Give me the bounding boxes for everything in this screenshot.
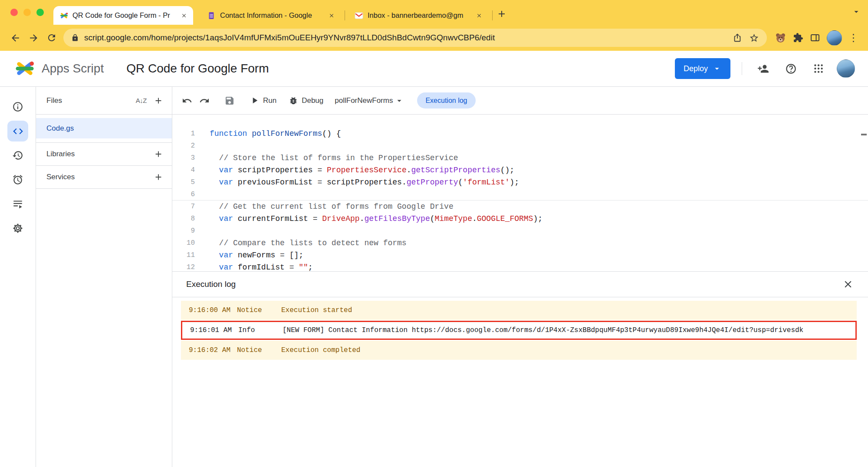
log-message: Execution started: [281, 306, 857, 314]
debug-button[interactable]: Debug: [289, 96, 323, 105]
file-name: Code.gs: [46, 124, 74, 133]
code-line[interactable]: 8 var currentFormList = DriveApp.getFile…: [172, 213, 868, 225]
execution-log-toggle[interactable]: Execution log: [417, 92, 475, 109]
log-time: 9:16:00 AM: [181, 306, 237, 314]
app-header: Apps Script QR Code for Google Form Depl…: [0, 51, 868, 87]
log-type: Notice: [237, 346, 281, 354]
browser-profile-avatar[interactable]: [827, 30, 842, 46]
product-name[interactable]: Apps Script: [42, 62, 104, 76]
code-lines: 1function pollForNewForms() {23 // Store…: [172, 128, 868, 271]
lock-icon: [71, 34, 79, 42]
code-line[interactable]: 5 var previousFormList = scriptPropertie…: [172, 176, 868, 188]
window-close-button[interactable]: [10, 9, 18, 16]
code-line[interactable]: 6: [172, 188, 868, 201]
debug-label: Debug: [302, 96, 323, 105]
tab-gmail[interactable]: Inbox - bannerbeardemo@gm: [349, 6, 488, 25]
line-number: 4: [172, 164, 195, 176]
add-file-icon[interactable]: [154, 96, 163, 105]
code-line[interactable]: 4 var scriptProperties = PropertiesServi…: [172, 164, 868, 176]
tab-google-forms[interactable]: Contact Information - Google: [201, 6, 341, 25]
add-service-icon[interactable]: [154, 172, 163, 182]
code-line[interactable]: 9: [172, 225, 868, 237]
chevron-down-icon: [395, 96, 404, 105]
browser-menu-kebab-icon[interactable]: ⋮: [848, 33, 858, 43]
section-label: Libraries: [46, 150, 75, 158]
reload-button[interactable]: [43, 29, 61, 47]
bookmark-star-icon[interactable]: [749, 33, 759, 43]
window-minimize-button[interactable]: [23, 9, 31, 16]
triggers-alarm-icon[interactable]: [7, 169, 28, 190]
back-button[interactable]: [6, 29, 24, 47]
play-icon: [250, 95, 260, 105]
window-controls: [6, 0, 53, 25]
log-row: 9:16:00 AM Notice Execution started: [181, 301, 857, 320]
line-text: var scriptProperties = PropertiesService…: [210, 164, 514, 176]
gmail-favicon-icon: [355, 11, 363, 20]
code-line[interactable]: 2: [172, 140, 868, 152]
code-line[interactable]: 3 // Store the list of forms in the Prop…: [172, 152, 868, 164]
editor-code-icon[interactable]: [7, 121, 28, 141]
sidebar-section-libraries[interactable]: Libraries: [36, 143, 172, 166]
undo-icon[interactable]: [179, 93, 195, 109]
address-bar[interactable]: script.google.com/home/projects/1aqsJoIV…: [63, 29, 767, 47]
tab-close-icon[interactable]: [327, 11, 336, 20]
tab-close-icon[interactable]: [179, 11, 189, 20]
code-editor[interactable]: 1function pollForNewForms() {23 // Store…: [172, 115, 868, 271]
execution-log-title: Execution log: [186, 280, 236, 289]
project-title[interactable]: QR Code for Google Form: [126, 62, 269, 76]
apps-script-logo[interactable]: [15, 59, 35, 78]
run-button[interactable]: Run: [250, 95, 276, 105]
header-actions: Deploy: [675, 58, 855, 79]
save-icon[interactable]: [222, 93, 237, 109]
execution-log-toggle-label: Execution log: [425, 97, 467, 105]
deploy-button[interactable]: Deploy: [675, 58, 730, 79]
google-apps-grid-icon[interactable]: [809, 59, 828, 78]
new-tab-button[interactable]: [495, 7, 508, 20]
tab-title: Contact Information - Google: [220, 11, 322, 20]
share-project-icon[interactable]: [753, 59, 773, 78]
sort-az-icon[interactable]: A↓Z: [136, 97, 147, 104]
add-library-icon[interactable]: [154, 149, 163, 159]
extensions-puzzle-icon[interactable]: [793, 33, 803, 43]
tab-search-icon[interactable]: [852, 7, 861, 18]
settings-gear-icon[interactable]: [7, 218, 28, 239]
tab-apps-script[interactable]: QR Code for Google Form - Pr: [53, 6, 193, 25]
code-line[interactable]: 12 var formIdList = "";: [172, 261, 868, 271]
line-text: var newForms = [];: [210, 249, 303, 261]
main: Files A↓Z Code.gs Libraries Service: [0, 87, 868, 467]
share-icon[interactable]: [733, 33, 742, 43]
editor-column: Run Debug pollForNewForms Execution log …: [172, 87, 868, 467]
code-line[interactable]: 11 var newForms = [];: [172, 249, 868, 261]
tab-close-icon[interactable]: [474, 11, 484, 20]
code-line[interactable]: 7 // Get the current list of forms from …: [172, 201, 868, 213]
line-number: 5: [172, 176, 195, 188]
executions-list-icon[interactable]: [7, 194, 28, 214]
line-number: 2: [172, 140, 195, 152]
overview-info-icon[interactable]: [7, 96, 28, 117]
line-number: 3: [172, 152, 195, 164]
redo-icon[interactable]: [197, 93, 212, 109]
scrollbar-mark: [861, 134, 867, 135]
bear-extension-icon[interactable]: [775, 32, 786, 44]
account-avatar[interactable]: [837, 59, 855, 78]
sidebar-section-services[interactable]: Services: [36, 166, 172, 189]
code-line[interactable]: 10 // Compare the lists to detect new fo…: [172, 237, 868, 249]
apps-script-favicon-icon: [59, 11, 68, 20]
divider: [742, 62, 742, 75]
log-message: Execution completed: [281, 346, 857, 354]
line-number: 8: [172, 213, 195, 225]
side-panel-icon[interactable]: [810, 33, 820, 43]
tab-title: Inbox - bannerbeardemo@gm: [368, 11, 470, 20]
forward-button[interactable]: [24, 29, 43, 47]
help-icon[interactable]: [781, 59, 800, 78]
tab-title: QR Code for Google Form - Pr: [72, 11, 175, 20]
line-text: var formIdList = "";: [210, 261, 313, 271]
close-icon[interactable]: [840, 276, 856, 292]
code-line[interactable]: 1function pollForNewForms() {: [172, 128, 868, 140]
project-history-icon[interactable]: [7, 145, 28, 166]
log-time: 9:16:02 AM: [181, 346, 237, 354]
files-title: Files: [46, 96, 62, 105]
file-item-code-gs[interactable]: Code.gs: [36, 118, 172, 138]
window-zoom-button[interactable]: [36, 9, 44, 16]
function-select-dropdown[interactable]: pollForNewForms: [335, 96, 404, 105]
